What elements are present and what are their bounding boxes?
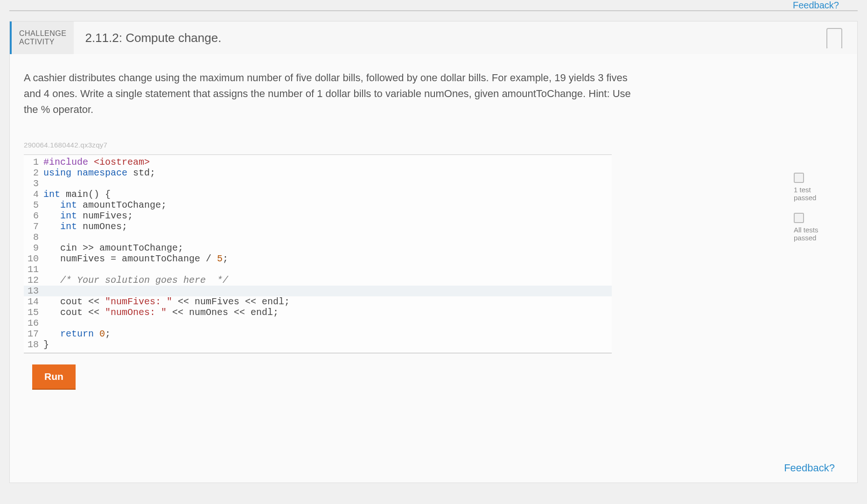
feedback-link-top[interactable]: Feedback? [793, 0, 839, 11]
line-number: 8 [24, 232, 43, 243]
line-number: 9 [24, 243, 43, 253]
checkbox-icon [794, 173, 804, 183]
line-number: 4 [24, 189, 43, 200]
code-text[interactable]: int main() { [43, 189, 111, 200]
code-line[interactable]: 9 cin >> amountToChange; [24, 243, 612, 253]
activity-panel: CHALLENGE ACTIVITY 2.11.2: Compute chang… [9, 21, 858, 483]
badge-line: CHALLENGE [19, 29, 66, 38]
test-status-column: 1 test passed All tests passed [794, 173, 836, 253]
code-line[interactable]: 5 int amountToChange; [24, 200, 612, 210]
code-text[interactable]: int numOnes; [43, 221, 127, 232]
code-text[interactable]: cout << "numOnes: " << numOnes << endl; [43, 307, 279, 318]
code-text[interactable]: numFives = amountToChange / 5; [43, 253, 228, 264]
badge-line: ACTIVITY [19, 38, 66, 46]
code-line[interactable]: 7 int numOnes; [24, 221, 612, 232]
line-number: 2 [24, 168, 43, 178]
line-number: 10 [24, 253, 43, 264]
divider [9, 10, 858, 11]
code-text[interactable]: cout << "numFives: " << numFives << endl… [43, 296, 290, 307]
activity-badge: CHALLENGE ACTIVITY [12, 21, 74, 54]
code-line[interactable]: 18} [24, 339, 612, 350]
code-text[interactable]: return 0; [43, 329, 111, 339]
activity-header: CHALLENGE ACTIVITY 2.11.2: Compute chang… [10, 21, 857, 54]
line-number: 12 [24, 275, 43, 286]
code-line[interactable]: 13 [24, 286, 612, 296]
status-all-tests: All tests passed [794, 213, 836, 242]
code-line[interactable]: 10 numFives = amountToChange / 5; [24, 253, 612, 264]
code-line[interactable]: 14 cout << "numFives: " << numFives << e… [24, 296, 612, 307]
code-line[interactable]: 11 [24, 264, 612, 275]
line-number: 1 [24, 157, 43, 168]
code-text[interactable]: using namespace std; [43, 168, 155, 178]
line-number: 13 [24, 286, 43, 296]
line-number: 7 [24, 221, 43, 232]
code-line[interactable]: 6 int numFives; [24, 210, 612, 221]
code-line[interactable]: 1#include <iostream> [24, 157, 612, 168]
line-number: 17 [24, 329, 43, 339]
code-text[interactable]: /* Your solution goes here */ [43, 275, 228, 286]
code-line[interactable]: 3 [24, 178, 612, 189]
code-editor[interactable]: 1#include <iostream>2using namespace std… [24, 154, 612, 353]
code-line[interactable]: 15 cout << "numOnes: " << numOnes << end… [24, 307, 612, 318]
code-line[interactable]: 16 [24, 318, 612, 329]
activity-title: 2.11.2: Compute change. [74, 21, 232, 54]
status-text: passed [794, 194, 836, 202]
line-number: 5 [24, 200, 43, 210]
code-text[interactable]: #include <iostream> [43, 157, 150, 168]
status-text: passed [794, 234, 836, 242]
code-line[interactable]: 2using namespace std; [24, 168, 612, 178]
code-line[interactable]: 4int main() { [24, 189, 612, 200]
line-number: 6 [24, 210, 43, 221]
run-button[interactable]: Run [32, 364, 76, 389]
feedback-link-bottom[interactable]: Feedback? [784, 462, 835, 474]
line-number: 3 [24, 178, 43, 189]
line-number: 11 [24, 264, 43, 275]
line-number: 14 [24, 296, 43, 307]
code-line[interactable]: 12 /* Your solution goes here */ [24, 275, 612, 286]
code-text[interactable]: int amountToChange; [43, 200, 167, 210]
activity-prompt: A cashier distributes change using the m… [10, 54, 654, 122]
status-one-test: 1 test passed [794, 173, 836, 202]
code-text[interactable]: int numFives; [43, 210, 133, 221]
code-text[interactable]: } [43, 339, 49, 350]
code-text[interactable]: cin >> amountToChange; [43, 243, 183, 253]
checkbox-icon [794, 213, 804, 223]
line-number: 16 [24, 318, 43, 329]
line-number: 18 [24, 339, 43, 350]
line-number: 15 [24, 307, 43, 318]
code-line[interactable]: 8 [24, 232, 612, 243]
watermark-id: 290064.1680442.qx3zqy7 [10, 122, 857, 152]
status-text: 1 test [794, 186, 836, 194]
code-line[interactable]: 17 return 0; [24, 329, 612, 339]
status-text: All tests [794, 226, 836, 234]
